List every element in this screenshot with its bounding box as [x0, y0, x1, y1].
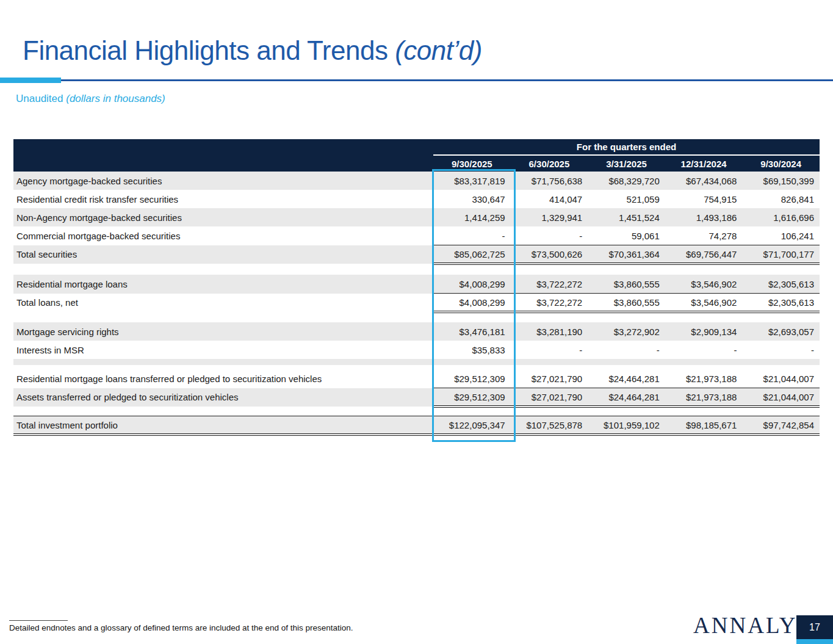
cell: $2,693,057: [742, 322, 820, 341]
spacer-row-shaded: [13, 359, 820, 365]
table-row-total-securities: Total securities $85,062,725 $73,500,626…: [13, 245, 820, 264]
cell: $71,756,638: [511, 172, 588, 190]
header-spacer: [13, 139, 433, 155]
row-label: Total securities: [13, 245, 433, 264]
table-row: Interests in MSR $35,833 - - - -: [13, 341, 820, 359]
cell: $21,973,188: [665, 388, 743, 407]
cell: $2,305,613: [742, 294, 820, 313]
cell: $29,512,309: [433, 369, 511, 388]
cell: $2,909,134: [665, 322, 743, 341]
table-row: Commercial mortgage-backed securities - …: [13, 226, 820, 245]
cell: -: [742, 341, 820, 359]
annaly-logo: ANNALY®: [693, 612, 802, 639]
page-number-badge: 17: [796, 615, 833, 639]
cell: $3,281,190: [511, 322, 588, 341]
cell: $68,329,720: [588, 172, 665, 190]
cell: 74,278: [665, 226, 743, 245]
cell: $73,500,626: [511, 245, 588, 264]
header-spacer: [13, 155, 433, 172]
subtitle: Unaudited (dollars in thousands): [16, 93, 165, 105]
cell: $98,185,671: [665, 416, 743, 435]
cell: $21,973,188: [665, 369, 743, 388]
cell: $3,860,555: [588, 275, 665, 294]
cell: $3,860,555: [588, 294, 665, 313]
table-row: Mortgage servicing rights $3,476,181 $3,…: [13, 322, 820, 341]
page-number: 17: [809, 622, 820, 633]
subtitle-italic: (dollars in thousands): [66, 93, 165, 104]
cell: -: [588, 341, 665, 359]
row-label: Total investment portfolio: [13, 416, 433, 435]
cell: $107,525,878: [511, 416, 588, 435]
cell: $67,434,068: [665, 172, 743, 190]
cell: $3,722,272: [511, 294, 588, 313]
cell: $35,833: [433, 341, 511, 359]
page-number-accent-strip: [796, 639, 833, 644]
cell: $70,361,364: [588, 245, 665, 264]
column-header-q5: 9/30/2024: [742, 155, 820, 172]
cell: 1,414,259: [433, 208, 511, 226]
cell: $122,095,347: [433, 416, 511, 435]
row-label: Residential mortgage loans: [13, 275, 433, 294]
cell: $97,742,854: [742, 416, 820, 435]
title-divider: [0, 78, 833, 84]
cell: $21,044,007: [742, 388, 820, 407]
cell: -: [511, 226, 588, 245]
cell: 414,047: [511, 190, 588, 208]
row-label: Total loans, net: [13, 294, 433, 313]
logo-wordmark: ANNALY: [693, 613, 798, 638]
table-row: Residential mortgage loans $4,008,299 $3…: [13, 275, 820, 294]
column-header-q1: 9/30/2025: [433, 155, 511, 172]
cell: $29,512,309: [433, 388, 511, 407]
group-header-row: For the quarters ended: [13, 139, 820, 155]
spacer-row: [13, 264, 820, 275]
cell: $3,476,181: [433, 322, 511, 341]
cell: $69,756,447: [665, 245, 743, 264]
financial-table: For the quarters ended 9/30/2025 6/30/20…: [13, 139, 820, 436]
cell: $3,272,902: [588, 322, 665, 341]
cell: $27,021,790: [511, 369, 588, 388]
footnote-divider: [9, 620, 68, 621]
cell: 106,241: [742, 226, 820, 245]
group-header: For the quarters ended: [433, 139, 820, 155]
divider-line: [61, 79, 833, 81]
cell: -: [511, 341, 588, 359]
title-cont-text: (cont’d): [395, 35, 482, 65]
cell: $83,317,819: [433, 172, 511, 190]
cell: -: [433, 226, 511, 245]
table-row: Residential mortgage loans transferred o…: [13, 369, 820, 388]
cell: $24,464,281: [588, 388, 665, 407]
table-row-total-portfolio: Total investment portfolio $122,095,347 …: [13, 416, 820, 435]
cell: 754,915: [665, 190, 743, 208]
cell: $85,062,725: [433, 245, 511, 264]
quarters-table: For the quarters ended 9/30/2025 6/30/20…: [13, 139, 820, 436]
column-header-q3: 3/31/2025: [588, 155, 665, 172]
column-header-row: 9/30/2025 6/30/2025 3/31/2025 12/31/2024…: [13, 155, 820, 172]
cell: $4,008,299: [433, 294, 511, 313]
cell: $71,700,177: [742, 245, 820, 264]
column-header-q2: 6/30/2025: [511, 155, 588, 172]
cell: $2,305,613: [742, 275, 820, 294]
spacer-row: [13, 312, 820, 322]
cell: 1,451,524: [588, 208, 665, 226]
row-label: Residential credit risk transfer securit…: [13, 190, 433, 208]
cell: $3,546,902: [665, 294, 743, 313]
row-label: Mortgage servicing rights: [13, 322, 433, 341]
cell: $3,722,272: [511, 275, 588, 294]
spacer-row: [13, 365, 820, 369]
cell: 59,061: [588, 226, 665, 245]
row-label: Residential mortgage loans transferred o…: [13, 369, 433, 388]
table-row: Agency mortgage-backed securities $83,31…: [13, 172, 820, 190]
column-header-q4: 12/31/2024: [665, 155, 743, 172]
row-label: Interests in MSR: [13, 341, 433, 359]
cell: 1,329,941: [511, 208, 588, 226]
row-label: Agency mortgage-backed securities: [13, 172, 433, 190]
table-row: Non-Agency mortgage-backed securities 1,…: [13, 208, 820, 226]
spacer-row: [13, 407, 820, 416]
cell: $4,008,299: [433, 275, 511, 294]
row-label: Non-Agency mortgage-backed securities: [13, 208, 433, 226]
cell: 521,059: [588, 190, 665, 208]
footnote-text: Detailed endnotes and a glossary of defi…: [9, 623, 353, 632]
cell: 1,616,696: [742, 208, 820, 226]
cell: $24,464,281: [588, 369, 665, 388]
divider-accent-bar: [0, 78, 61, 83]
